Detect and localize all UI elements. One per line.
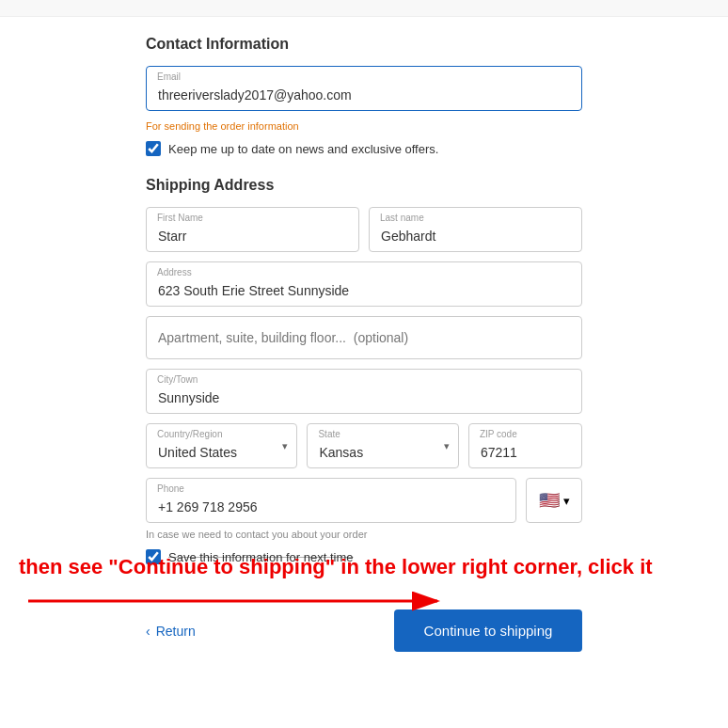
page-wrapper: Contact Information Email For sending th…	[0, 0, 728, 728]
address-input[interactable]	[146, 261, 582, 307]
save-row: Save this information for next time	[146, 549, 582, 564]
city-input[interactable]	[146, 369, 582, 414]
phone-hint: In case we need to contact you about you…	[146, 529, 582, 540]
chevron-left-icon: ‹	[146, 624, 150, 639]
newsletter-checkbox[interactable]	[146, 141, 161, 156]
phone-row: Phone 🇺🇸 ▾	[146, 478, 582, 523]
zip-group: ZIP code	[468, 423, 582, 468]
first-name-input[interactable]	[146, 207, 359, 252]
phone-flag-button[interactable]: 🇺🇸 ▾	[526, 478, 582, 523]
country-group: Country/Region United States Canada Unit…	[146, 423, 297, 468]
footer-row: ‹ Return Continue to shipping	[0, 598, 728, 671]
save-info-label: Save this information for next time	[168, 550, 354, 564]
return-link[interactable]: ‹ Return	[146, 624, 196, 639]
email-hint: For sending the order information	[146, 120, 582, 132]
last-name-group: Last name	[369, 207, 582, 252]
top-bar	[0, 0, 728, 17]
phone-flag-dropdown-icon: ▾	[563, 494, 570, 508]
us-flag-icon: 🇺🇸	[539, 490, 560, 511]
last-name-input[interactable]	[369, 207, 582, 252]
email-input[interactable]	[146, 66, 582, 111]
continue-to-shipping-button[interactable]: Continue to shipping	[394, 609, 582, 652]
country-select[interactable]: United States Canada United Kingdom	[146, 423, 297, 468]
main-content: Contact Information Email For sending th…	[0, 17, 728, 598]
contact-section: Contact Information Email For sending th…	[146, 36, 582, 156]
phone-group: Phone	[146, 478, 516, 523]
newsletter-row: Keep me up to date on news and exclusive…	[146, 141, 582, 156]
shipping-section: Shipping Address First Name Last name Ad…	[146, 177, 582, 564]
contact-section-title: Contact Information	[146, 36, 582, 53]
apt-input[interactable]	[146, 316, 582, 359]
phone-input[interactable]	[146, 478, 516, 523]
first-name-group: First Name	[146, 207, 359, 252]
shipping-section-title: Shipping Address	[146, 177, 582, 194]
zip-input[interactable]	[468, 423, 582, 468]
newsletter-label: Keep me up to date on news and exclusive…	[168, 142, 438, 156]
name-row: First Name Last name	[146, 207, 582, 252]
location-row: Country/Region United States Canada Unit…	[146, 423, 582, 468]
state-select[interactable]: Kansas California Texas	[307, 423, 458, 468]
city-group: City/Town	[146, 369, 582, 414]
return-label: Return	[156, 624, 196, 639]
address-group: Address	[146, 261, 582, 307]
email-group: Email	[146, 66, 582, 111]
state-group: State Kansas California Texas ▾	[307, 423, 458, 468]
save-info-checkbox[interactable]	[146, 549, 161, 564]
